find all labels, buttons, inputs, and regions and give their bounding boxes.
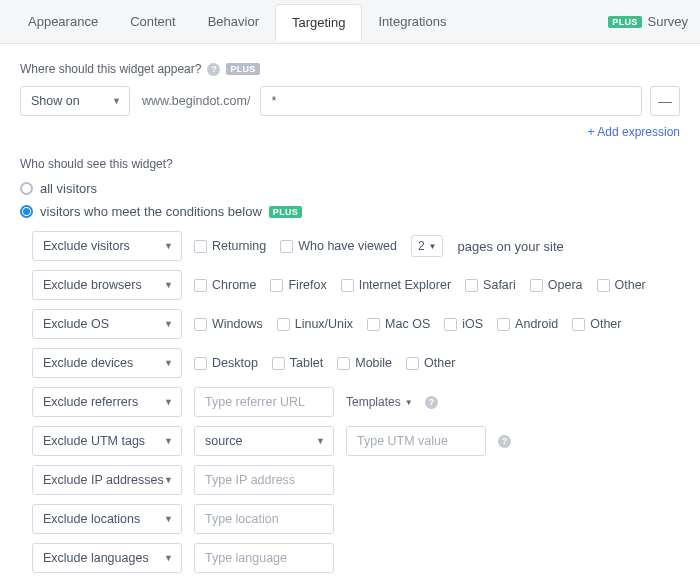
help-icon[interactable]: ? — [207, 63, 220, 76]
referrers-select[interactable]: Exclude referrers▼ — [32, 387, 182, 417]
check-label: Desktop — [212, 356, 258, 370]
utm-value-input[interactable] — [346, 426, 486, 456]
utm-source-select[interactable]: source▼ — [194, 426, 334, 456]
chevron-down-icon: ▼ — [164, 397, 173, 407]
tab-behavior[interactable]: Behavior — [192, 4, 275, 39]
check-safari[interactable]: Safari — [465, 278, 516, 292]
templates-label: Templates — [346, 395, 401, 409]
browsers-select[interactable]: Exclude browsers▼ — [32, 270, 182, 300]
remove-expression-button[interactable]: — — [650, 86, 680, 116]
check-label: Linux/Unix — [295, 317, 353, 331]
check-who-viewed[interactable]: Who have viewed — [280, 239, 397, 253]
checkbox-icon — [465, 279, 478, 292]
os-select[interactable]: Exclude OS▼ — [32, 309, 182, 339]
ip-input[interactable] — [194, 465, 334, 495]
language-input[interactable] — [194, 543, 334, 573]
check-linux[interactable]: Linux/Unix — [277, 317, 353, 331]
checkbox-icon — [406, 357, 419, 370]
check-label: Opera — [548, 278, 583, 292]
utm-select[interactable]: Exclude UTM tags▼ — [32, 426, 182, 456]
check-tablet[interactable]: Tablet — [272, 356, 323, 370]
select-value: Exclude locations — [43, 512, 140, 526]
check-label: iOS — [462, 317, 483, 331]
checkbox-icon — [530, 279, 543, 292]
plus-badge-gray: PLUS — [226, 63, 259, 75]
select-value: Exclude visitors — [43, 239, 130, 253]
chevron-down-icon: ▼ — [164, 241, 173, 251]
location-input[interactable] — [194, 504, 334, 534]
languages-select[interactable]: Exclude languages▼ — [32, 543, 182, 573]
select-value: Exclude IP addresses — [43, 473, 164, 487]
select-value: Exclude OS — [43, 317, 109, 331]
url-pattern-input[interactable] — [260, 86, 642, 116]
check-other[interactable]: Other — [597, 278, 646, 292]
show-on-select[interactable]: Show on ▼ — [20, 86, 130, 116]
checkbox-icon — [367, 318, 380, 331]
select-value: Exclude referrers — [43, 395, 138, 409]
radio-conditional[interactable]: visitors who meet the conditions below P… — [20, 204, 680, 219]
add-expression-link[interactable]: + Add expression — [588, 125, 680, 139]
check-label: Who have viewed — [298, 239, 397, 253]
devices-checks: Desktop Tablet Mobile Other — [194, 356, 455, 370]
checkbox-icon — [194, 279, 207, 292]
chevron-down-icon: ▼ — [316, 436, 325, 446]
tail-text: pages on your site — [457, 239, 563, 254]
tab-content[interactable]: Content — [114, 4, 192, 39]
check-desktop[interactable]: Desktop — [194, 356, 258, 370]
help-icon[interactable]: ? — [498, 435, 511, 448]
chevron-down-icon: ▼ — [164, 280, 173, 290]
checkbox-icon — [444, 318, 457, 331]
radio-icon — [20, 182, 33, 195]
check-opera[interactable]: Opera — [530, 278, 583, 292]
templates-dropdown[interactable]: Templates▼ — [346, 395, 413, 409]
radio-all-visitors[interactable]: all visitors — [20, 181, 680, 196]
checkbox-icon — [270, 279, 283, 292]
help-icon[interactable]: ? — [425, 396, 438, 409]
chevron-down-icon: ▼ — [405, 398, 413, 407]
chevron-down-icon: ▼ — [164, 436, 173, 446]
check-label: Android — [515, 317, 558, 331]
plus-badge: PLUS — [608, 16, 641, 28]
tab-integrations[interactable]: Integrations — [362, 4, 462, 39]
radio-icon — [20, 205, 33, 218]
check-windows[interactable]: Windows — [194, 317, 263, 331]
select-value: Exclude browsers — [43, 278, 142, 292]
locations-select[interactable]: Exclude locations▼ — [32, 504, 182, 534]
checkbox-icon — [337, 357, 350, 370]
page-count-select[interactable]: 2▼ — [411, 235, 444, 257]
checkbox-icon — [272, 357, 285, 370]
check-mobile[interactable]: Mobile — [337, 356, 392, 370]
check-macos[interactable]: Mac OS — [367, 317, 430, 331]
browsers-checks: Chrome Firefox Internet Explorer Safari … — [194, 278, 646, 292]
check-firefox[interactable]: Firefox — [270, 278, 326, 292]
checkbox-icon — [280, 240, 293, 253]
check-ios[interactable]: iOS — [444, 317, 483, 331]
check-other[interactable]: Other — [406, 356, 455, 370]
select-value: Exclude languages — [43, 551, 149, 565]
chevron-down-icon: ▼ — [429, 242, 437, 251]
check-chrome[interactable]: Chrome — [194, 278, 256, 292]
ip-select[interactable]: Exclude IP addresses▼ — [32, 465, 182, 495]
check-label: Other — [424, 356, 455, 370]
check-ie[interactable]: Internet Explorer — [341, 278, 451, 292]
visitors-select[interactable]: Exclude visitors▼ — [32, 231, 182, 261]
check-other[interactable]: Other — [572, 317, 621, 331]
os-checks: Windows Linux/Unix Mac OS iOS Android Ot… — [194, 317, 621, 331]
select-value: Exclude devices — [43, 356, 133, 370]
devices-select[interactable]: Exclude devices▼ — [32, 348, 182, 378]
tab-targeting[interactable]: Targeting — [275, 4, 362, 41]
checkbox-icon — [572, 318, 585, 331]
check-label: Windows — [212, 317, 263, 331]
referrer-input[interactable] — [194, 387, 334, 417]
chevron-down-icon: ▼ — [164, 514, 173, 524]
chevron-down-icon: ▼ — [164, 358, 173, 368]
check-android[interactable]: Android — [497, 317, 558, 331]
who-label: Who should see this widget? — [20, 157, 680, 171]
check-label: Other — [615, 278, 646, 292]
tab-appearance[interactable]: Appearance — [12, 4, 114, 39]
check-label: Mobile — [355, 356, 392, 370]
checkbox-icon — [497, 318, 510, 331]
survey-label: Survey — [648, 14, 688, 29]
check-returning[interactable]: Returning — [194, 239, 266, 253]
check-label: Tablet — [290, 356, 323, 370]
